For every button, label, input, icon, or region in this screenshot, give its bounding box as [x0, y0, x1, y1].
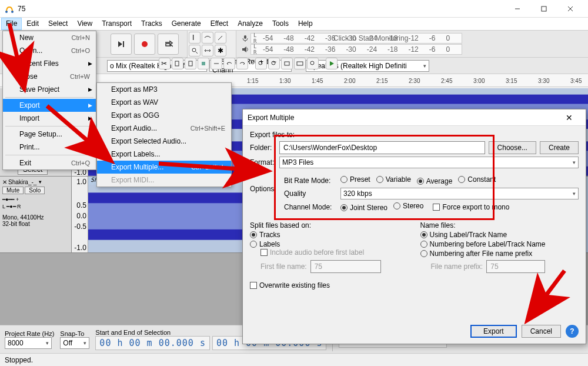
exportmenu-export-as-wav[interactable]: Export as WAV	[97, 96, 231, 109]
split-radio-labels[interactable]: Labels	[250, 240, 403, 248]
filemenu-new[interactable]: NewCtrl+N	[3, 31, 96, 44]
trim-button[interactable]	[198, 58, 209, 69]
bitrate-radio-preset[interactable]: Preset	[340, 175, 370, 184]
channel-radio-joint-stereo[interactable]: Joint Stereo	[340, 204, 387, 212]
selection-start[interactable]: 00 h 00 m 00.000 s	[95, 336, 210, 350]
filemenu-import[interactable]: Import▶	[3, 112, 96, 125]
fit-selection-button[interactable]	[281, 58, 293, 69]
svg-point-1	[11, 11, 14, 13]
cancel-button[interactable]: Cancel	[522, 325, 561, 338]
menu-tools[interactable]: Tools	[268, 18, 293, 30]
zoom-toggle-button[interactable]	[307, 58, 319, 69]
meter-hint: Click to Start Monitoring	[333, 34, 408, 42]
track2-header[interactable]: ✕ Shakira_-_ ▼ Mute Solo ━●━━ + L ━●━ R …	[0, 177, 72, 252]
menu-select[interactable]: Select	[44, 18, 72, 30]
filemenu-exit[interactable]: ExitCtrl+Q	[3, 157, 96, 169]
tool-timeshift[interactable]	[202, 45, 213, 56]
name-radio-numbering-after-file-name-prefix[interactable]: Numbering after File name prefix	[420, 249, 573, 258]
filemenu-save-project[interactable]: Save Project▶	[3, 83, 96, 96]
menu-transport[interactable]: Transport	[97, 18, 136, 30]
menu-edit[interactable]: Edit	[22, 18, 44, 30]
menu-help[interactable]: Help	[293, 18, 318, 30]
export-submenu: Export as MP3Export as WAVExport as OGGE…	[96, 82, 232, 187]
quality-combo[interactable]: 320 kbps	[340, 188, 579, 199]
zoom-out-button[interactable]: −	[268, 58, 280, 69]
export-button[interactable]: Export	[470, 325, 517, 338]
format-label: Format:	[250, 158, 276, 167]
menu-analyze[interactable]: Analyze	[233, 18, 268, 30]
prefix-label: File name prefix:	[431, 262, 483, 271]
svg-rect-3	[542, 6, 546, 11]
name-files-label: Name files:	[420, 221, 579, 229]
exportmenu-export-selected-audio-[interactable]: Export Selected Audio...	[97, 135, 231, 148]
exportmenu-export-as-ogg[interactable]: Export as OGG	[97, 109, 231, 122]
menu-generate[interactable]: Generate	[167, 18, 206, 30]
record-meter[interactable]: LR -54-48-42-36-30-24-18-12-60 Click to …	[250, 33, 462, 44]
mute-button[interactable]: Mute	[2, 187, 24, 194]
svg-text:+: +	[259, 60, 263, 66]
status-text: Stopped.	[5, 356, 33, 364]
force-mono-check[interactable]: Force export to mono	[433, 203, 509, 211]
name-radio-numbering-before-label-track-name[interactable]: Numbering before Label/Track Name	[420, 240, 573, 248]
bitrate-radio-variable[interactable]: Variable	[376, 175, 411, 184]
solo-button[interactable]: Solo	[25, 187, 45, 194]
exportmenu-export-labels-[interactable]: Export Labels...	[97, 148, 231, 161]
format-combo[interactable]: MP3 Files	[279, 157, 579, 168]
copy-button[interactable]	[172, 58, 183, 69]
bitrate-radio-average[interactable]: Average	[417, 177, 452, 185]
menu-view[interactable]: View	[72, 18, 97, 30]
filemenu-page-setup-[interactable]: Page Setup...	[3, 128, 96, 141]
play-at-speed-button[interactable]	[326, 58, 338, 69]
svg-line-10	[196, 52, 198, 54]
overwrite-check[interactable]: Overwrite existing files	[250, 281, 330, 290]
skip-end-button[interactable]	[111, 34, 132, 55]
exportmenu-export-as-mp-[interactable]: Export as MP3	[97, 83, 231, 96]
filemenu-recent-files[interactable]: Recent Files▶	[3, 57, 96, 70]
exportmenu-export-audio-[interactable]: Export Audio...Ctrl+Shift+E	[97, 122, 231, 135]
quality-label: Quality	[284, 189, 337, 198]
menu-file[interactable]: File	[1, 18, 22, 30]
undo-button[interactable]	[223, 58, 235, 69]
record-button[interactable]	[134, 34, 155, 55]
silence-button[interactable]	[211, 58, 222, 69]
bitrate-radio-constant[interactable]: Constant	[458, 175, 496, 184]
maximize-button[interactable]	[530, 1, 557, 17]
choose-button[interactable]: Choose...	[489, 141, 536, 154]
svg-point-0	[5, 11, 8, 13]
cut-button[interactable]: ✂	[159, 58, 171, 69]
menu-tracks[interactable]: Tracks	[136, 18, 167, 30]
split-radio-tracks[interactable]: Tracks	[250, 231, 403, 239]
play-meter[interactable]: LR -54-48-42-36-30-24-18-12-60	[250, 44, 462, 55]
include-before-check[interactable]: Include audio before first label	[260, 248, 364, 257]
tool-multi[interactable]: ✱	[215, 45, 226, 56]
redo-button[interactable]	[236, 58, 248, 69]
tool-envelope[interactable]	[202, 32, 213, 44]
minimize-button[interactable]	[504, 1, 530, 17]
options-label: Options:	[250, 185, 280, 193]
fit-project-button[interactable]	[294, 58, 306, 69]
exportmenu-export-multiple-[interactable]: Export Multiple...Ctrl+Shift+L	[97, 161, 231, 174]
loop-button[interactable]	[158, 34, 179, 55]
help-button[interactable]: ?	[566, 325, 579, 338]
filemenu-export[interactable]: Export▶	[3, 99, 96, 112]
tool-draw[interactable]	[215, 32, 226, 44]
filemenu-close[interactable]: CloseCtrl+W	[3, 70, 96, 83]
zoom-in-button[interactable]: +	[255, 58, 267, 69]
tool-selection[interactable]: I	[189, 32, 201, 44]
filemenu-print-[interactable]: Print...	[3, 141, 96, 154]
menu-effect[interactable]: Effect	[206, 18, 233, 30]
filemenu-open-[interactable]: Open...Ctrl+O	[3, 44, 96, 57]
svg-rect-25	[297, 62, 303, 65]
create-button[interactable]: Create	[540, 141, 579, 154]
dialog-close-button[interactable]: ✕	[557, 113, 581, 122]
channel-radio-stereo[interactable]: Stereo	[393, 202, 423, 210]
mic-icon	[241, 34, 249, 42]
tool-zoom[interactable]	[189, 45, 201, 56]
name-radio-using-label-track-name[interactable]: Using Label/Track Name	[420, 231, 573, 239]
folder-input[interactable]: C:\Users\WonderFox\Desktop	[279, 141, 485, 154]
project-rate-combo[interactable]: 8000	[5, 337, 52, 349]
svg-rect-6	[123, 41, 124, 47]
paste-button[interactable]	[185, 58, 196, 69]
snap-combo[interactable]: Off	[60, 337, 89, 349]
close-button[interactable]	[557, 1, 583, 17]
